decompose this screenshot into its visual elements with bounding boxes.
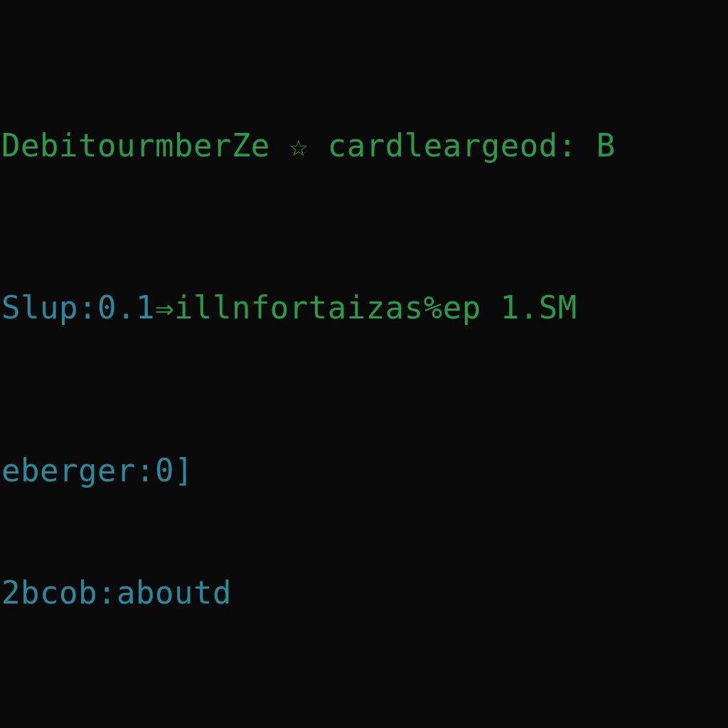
header-line-3: eberger:0]	[1, 450, 728, 491]
header-1b: cardleargeod: B	[309, 127, 616, 164]
glyph-icon: ☆	[289, 127, 309, 164]
terminal-screen: DebitourmberZe ☆ cardleargeod: B Slup:0.…	[0, 0, 728, 728]
header-line-2: Slup:0.1⇒illnfortaizas%ep 1.SM	[1, 287, 728, 328]
header-1a: DebitourmberZe	[1, 127, 289, 164]
header-line-1: DebitourmberZe ☆ cardleargeod: B	[1, 125, 728, 166]
header-2a: Slup:0.1	[1, 289, 155, 326]
arrow-icon: ⇒	[155, 289, 174, 326]
header-2b: illnfortaizas%ep 1.SM	[174, 289, 577, 326]
header-line-4: 2bcob:aboutd	[1, 572, 728, 613]
